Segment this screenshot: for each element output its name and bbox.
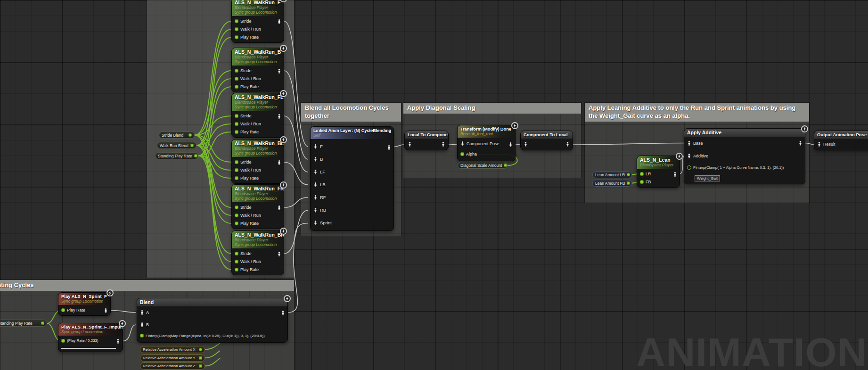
pose-output-pin[interactable]	[277, 68, 281, 74]
pose-output-pin[interactable]	[277, 251, 281, 257]
pin-play-rate[interactable]: Play Rate	[232, 82, 284, 90]
variable-pill-walk-run-blend[interactable]: Walk Run Blend	[157, 142, 197, 149]
comment-title[interactable]: Apply Diagonal Scaling	[403, 103, 581, 114]
pose-output-pin[interactable]	[116, 338, 120, 344]
pose-output-pin[interactable]	[508, 142, 513, 148]
float-pin-icon[interactable]	[235, 130, 238, 134]
float-pin-icon[interactable]	[235, 252, 238, 255]
pose-output-pin[interactable]	[441, 141, 445, 147]
pin-alpha[interactable]: Alpha	[458, 149, 515, 159]
node-als-n-walkrun-fl[interactable]: ALS_N_WalkRun_FL Blendspace Player Sync …	[231, 93, 284, 138]
node-output-animation-pose[interactable]: Output Animation Pose Result	[814, 131, 868, 150]
pose-pin-icon[interactable]	[313, 156, 318, 162]
pose-input-pin[interactable]	[524, 141, 528, 147]
pin-walk-run[interactable]: Walk / Run	[232, 74, 284, 82]
float-pin-icon[interactable]	[194, 154, 197, 157]
float-pin-icon[interactable]	[61, 308, 65, 312]
float-pin-icon[interactable]	[140, 334, 144, 337]
variable-pill-relative-acceleration-z[interactable]: Relative Acceleration Amount Z	[140, 362, 205, 370]
float-pin-icon[interactable]	[235, 214, 238, 217]
pose-input-b[interactable]: B	[311, 153, 393, 165]
float-pin-icon[interactable]	[460, 152, 464, 156]
float-pin-icon[interactable]	[235, 268, 238, 271]
pose-pin-icon[interactable]	[687, 153, 691, 159]
node-apply-additive[interactable]: Apply Additive Base Additive FInterp(Cla…	[684, 128, 805, 184]
pin-alpha-expression[interactable]: FInterp(Clamp(Map Range(Alpha, in(0: 0.2…	[137, 331, 287, 342]
float-pin-icon[interactable]	[235, 69, 238, 73]
pose-input-lb[interactable]: LB	[311, 178, 393, 191]
float-pin-icon[interactable]	[235, 168, 238, 172]
float-pin-icon[interactable]	[627, 181, 630, 185]
pose-pin-icon[interactable]	[140, 322, 144, 328]
float-pin-icon[interactable]	[235, 19, 238, 23]
float-pin-icon[interactable]	[235, 114, 238, 118]
pin-walk-run[interactable]: Walk / Run	[232, 211, 284, 219]
pose-output-pin[interactable]	[387, 145, 391, 150]
node-play-als-n-sprint-f-impulse[interactable]: Play ALS_N_Sprint_F_Impulse Sync group L…	[58, 323, 123, 352]
pose-input-pin[interactable]	[408, 141, 412, 147]
pin-play-rate[interactable]: Play Rate	[232, 33, 284, 41]
variable-pill-lean-amount-fb[interactable]: Lean Amount FB	[592, 180, 632, 187]
float-pin-icon[interactable]	[640, 172, 644, 176]
pose-input-result[interactable]: Result	[814, 139, 868, 150]
float-pin-icon[interactable]	[235, 27, 238, 31]
pin-play-rate[interactable]: Play Rate	[232, 265, 284, 273]
pose-output-pin[interactable]	[104, 308, 108, 313]
pose-pin-icon[interactable]	[313, 182, 318, 188]
node-component-to-local[interactable]: Component To Local	[520, 131, 573, 150]
float-pin-icon[interactable]	[188, 133, 192, 137]
float-pin-icon[interactable]	[235, 77, 238, 81]
pin-stride[interactable]: Stride	[232, 249, 284, 257]
pose-pin-icon[interactable]	[140, 310, 144, 315]
pose-input-sprint[interactable]: Sprint	[311, 216, 393, 229]
variable-pill-standing-play-rate[interactable]: Standing Play Rate	[155, 152, 198, 159]
pose-input-b[interactable]: B	[137, 319, 287, 331]
float-pin-icon[interactable]	[235, 206, 238, 209]
pose-output-pin[interactable]	[565, 141, 570, 147]
comment-title[interactable]: Blend all Locomotion Cycles together	[301, 103, 401, 122]
pose-input-rf[interactable]: RF	[311, 191, 393, 204]
pin-play-rate[interactable]: Play Rate	[232, 219, 284, 227]
pose-input-f[interactable]: F	[311, 140, 393, 153]
comment-title[interactable]: Apply Leaning Additive to only the Run a…	[585, 103, 809, 122]
float-pin-icon[interactable]	[190, 144, 194, 147]
comment-title[interactable]: Sprinting Cycles	[0, 280, 294, 291]
pin-stride[interactable]: Stride	[232, 17, 284, 25]
variable-pill-relative-acceleration-y[interactable]: Relative Acceleration Amount Y	[140, 354, 205, 362]
pose-output-pin[interactable]	[281, 310, 285, 316]
float-pin-icon[interactable]	[235, 85, 238, 89]
node-als-n-walkrun-b[interactable]: ALS_N_WalkRun_B Blendspace Player Sync g…	[231, 48, 284, 92]
pose-output-pin[interactable]	[673, 172, 677, 177]
node-als-n-walkrun-fr[interactable]: ALS_N_WalkRun_FR Blendspace Player Sync …	[231, 184, 284, 229]
node-als-n-lean[interactable]: ALS_N_Lean Blendspace Player LR FB	[637, 156, 680, 188]
pose-pin-icon[interactable]	[313, 195, 318, 200]
float-pin-icon[interactable]	[235, 176, 238, 180]
node-linked-anim-layer[interactable]: Linked Anim Layer: (N) CycleBlending Sel…	[310, 126, 394, 231]
float-pin-icon[interactable]	[235, 160, 238, 164]
pose-input-additive[interactable]: Additive	[684, 149, 805, 162]
pin-play-rate[interactable]: Play Rate	[58, 306, 110, 314]
pose-pin-icon[interactable]	[460, 141, 465, 147]
float-pin-icon[interactable]	[235, 122, 238, 126]
pose-pin-icon[interactable]	[687, 140, 691, 146]
pin-stride[interactable]: Stride	[232, 112, 284, 120]
float-pin-icon[interactable]	[640, 180, 644, 184]
float-pin-icon[interactable]	[235, 35, 238, 39]
node-als-n-walkrun-bl[interactable]: ALS_N_WalkRun_BL Blendspace Player Sync …	[231, 139, 284, 184]
pose-pin-icon[interactable]	[817, 141, 821, 147]
pose-pin-icon[interactable]	[313, 207, 318, 213]
pin-walk-run[interactable]: Walk / Run	[232, 257, 284, 265]
float-pin-icon[interactable]	[627, 173, 630, 176]
pose-output-pin[interactable]	[277, 19, 281, 25]
float-pin-icon[interactable]	[41, 321, 44, 325]
pose-output-pin[interactable]	[277, 114, 281, 119]
node-play-als-n-sprint-f[interactable]: Play ALS_N_Sprint_F Sync group Locomotio…	[58, 292, 111, 316]
pin-fb[interactable]: FB	[637, 178, 680, 186]
variable-pill-standing-play-rate-sprint[interactable]: Standing Play Rate	[0, 320, 47, 327]
variable-pill-lean-amount-lr[interactable]: Lean Amount LR	[592, 171, 632, 178]
node-blend[interactable]: Blend A B FInterp(Clamp(Map Range(Alpha,…	[137, 298, 288, 343]
pin-walk-run[interactable]: Walk / Run	[232, 120, 284, 128]
pose-input-component-pose[interactable]: Component Pose	[458, 139, 515, 149]
float-pin-hollow-icon[interactable]	[687, 165, 691, 170]
pose-pin-icon[interactable]	[313, 220, 318, 226]
